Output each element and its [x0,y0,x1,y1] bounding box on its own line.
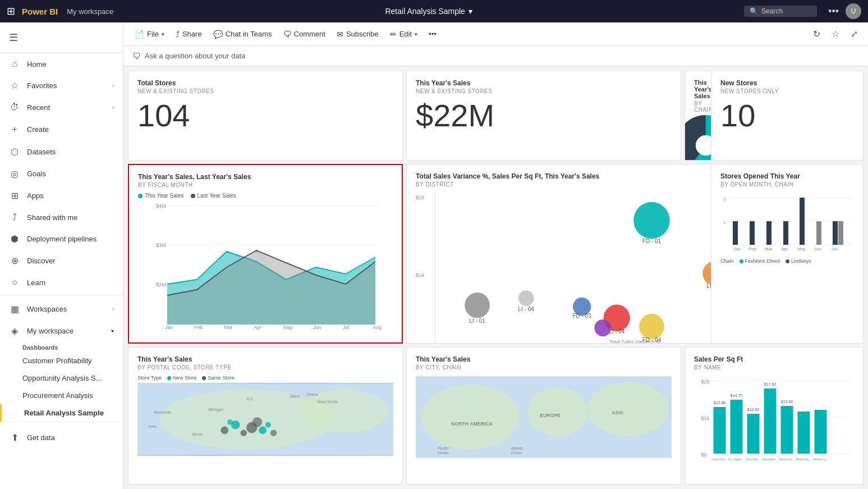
tile-line-chart[interactable]: This Year's Sales, Last Year's Sales BY … [128,164,403,344]
svg-rect-100 [750,221,755,245]
comment-button[interactable]: 🗨 Comment [279,27,330,42]
chevron-right-icon: › [112,306,114,312]
sidebar-item-my-workspace[interactable]: ◈ My workspace ▾ [0,320,123,342]
grid-icon[interactable]: ⊞ [7,5,15,17]
svg-rect-101 [766,221,771,245]
svg-text:LI - 04: LI - 04 [609,328,625,335]
toolbar: 📄 File ▾ ⤴ Share 💬 Chat in Teams 🗨 Comme… [123,22,868,46]
stores-opened-svg: 2 1 Jan Feb Mar Apr May J [720,192,855,254]
svg-text:Mar: Mar [224,325,233,330]
sidebar-item-datasets[interactable]: ⬡ Datasets [0,141,123,163]
sidebar-item-get-data[interactable]: ⬆ Get data [0,427,123,449]
svg-text:Apr: Apr [254,325,261,330]
deployment-icon: ⬢ [9,234,20,244]
svg-text:$4M: $4M [156,203,166,209]
svg-text:$0: $0 [701,452,707,458]
line-chart-svg: $4M $3M $2M Jan Feb Mar Apr May Jun Jul … [138,201,385,333]
sidebar-item-goals[interactable]: ◎ Goals [0,163,123,185]
svg-text:EUROPE: EUROPE [540,413,561,418]
svg-text:Apr: Apr [781,246,788,252]
svg-text:Ocean: Ocean [511,451,522,455]
svg-text:NORTH AMERICA: NORTH AMERICA [451,421,493,427]
svg-text:Monroe...: Monroe... [746,458,761,461]
svg-point-21 [518,290,534,306]
sidebar-sub-procurement-analysis[interactable]: Procurement Analysis [0,387,123,404]
tile-new-stores[interactable]: New Stores NEW STORES ONLY 10 [711,71,864,161]
workspaces-icon: ▦ [9,304,20,314]
file-button[interactable]: 📄 File ▾ [130,27,169,42]
report-title[interactable]: Retail Analysis Sample ▾ [120,7,737,16]
svg-text:Wisconsin: Wisconsin [154,410,171,414]
sidebar-sub-retail-analysis[interactable]: Retail Analysis Sample [0,404,123,422]
svg-text:$3M: $3M [156,243,166,248]
sidebar-sub-customer-profitability[interactable]: Customer Profitability [0,352,123,369]
edit-button[interactable]: ✏ Edit ▾ [385,27,422,42]
svg-point-61 [587,382,669,436]
home-icon: ⌂ [9,59,20,69]
more-options-icon[interactable]: ••• [828,6,839,17]
svg-point-51 [259,427,267,435]
subscribe-button[interactable]: ✉ Subscribe [332,27,383,42]
svg-text:ASIA: ASIA [612,410,624,415]
tile-stores-opened[interactable]: Stores Opened This Year BY OPEN MONTH, C… [711,164,864,344]
chevron-right-icon: › [112,83,114,89]
svg-point-52 [240,429,247,436]
hamburger-button[interactable]: ☰ [2,27,121,48]
sidebar-item-favorites[interactable]: ☆ Favorites › [0,75,123,97]
workspace-name[interactable]: My workspace [67,7,113,16]
search-box[interactable]: 🔍 Search [744,6,817,17]
sidebar-item-discover[interactable]: ⊕ Discover [0,250,123,272]
learn-icon: ○ [9,277,20,287]
svg-point-54 [265,422,271,428]
sidebar-item-create[interactable]: ＋ Create [0,118,123,141]
sidebar-item-apps[interactable]: ⊞ Apps [0,185,123,207]
bookmark-button[interactable]: ☆ [828,26,843,42]
chevron-down-icon: ▾ [162,31,164,37]
tile-total-stores[interactable]: Total Stores NEW & EXISTING STORES 104 [128,71,403,161]
svg-text:Iowa: Iowa [148,424,157,428]
svg-rect-106 [838,221,843,245]
sidebar-sub-opportunity-analysis[interactable]: Opportunity Analysis S... [0,369,123,387]
svg-text:Aug: Aug [373,325,382,330]
user-avatar[interactable]: U [846,3,861,19]
target-icon: ◎ [9,168,20,179]
tile-sales-postal[interactable]: This Year's Sales BY POSTAL CODE, STORE … [128,347,403,485]
svg-text:Nova Scotia: Nova Scotia [317,400,338,404]
more-button[interactable]: ••• [424,27,441,41]
svg-text:Michigan: Michigan [208,408,223,412]
svg-text:Wilson L...: Wilson L... [812,458,828,461]
my-workspace-icon: ◈ [9,326,20,336]
file-icon: 📄 [135,30,144,39]
svg-text:Sharonvi...: Sharonvi... [779,458,795,461]
svg-text:FD - 04: FD - 04 [642,337,662,343]
tile-sales-city[interactable]: This Year's Sales BY CITY, CHAIN NORTH A… [406,347,681,485]
share-icon: ⤴ [9,212,20,222]
svg-rect-83 [781,406,793,454]
subscribe-icon: ✉ [337,30,343,39]
fullscreen-button[interactable]: ⤢ [847,26,861,42]
teams-icon: 💬 [213,30,223,39]
sidebar-item-shared[interactable]: ⤴ Shared with me [0,207,123,228]
refresh-button[interactable]: ↻ [810,26,824,42]
chevron-down-icon: ▾ [415,31,417,37]
svg-rect-85 [798,412,810,454]
svg-text:Mar: Mar [765,246,773,252]
chat-button[interactable]: 💬 Chat in Teams [209,27,277,42]
sidebar-item-learn[interactable]: ○ Learn [0,272,123,293]
svg-text:LI - 04: LI - 04 [518,306,535,312]
share-button[interactable]: ⤴ Share [171,27,206,42]
chevron-right-icon: › [112,104,114,111]
svg-rect-86 [815,410,827,454]
sidebar-item-home[interactable]: ⌂ Home [0,53,123,75]
svg-text:FD - 03: FD - 03 [573,313,592,319]
sidebar-item-recent[interactable]: ⏱ Recent › [0,97,123,118]
svg-text:Jun: Jun [313,325,322,330]
qa-bar[interactable]: 🗨 Ask a question about your data [123,46,868,66]
svg-text:Washing...: Washing... [796,458,811,461]
svg-rect-75 [714,407,726,454]
sidebar-item-workspaces[interactable]: ▦ Workspaces › [0,298,123,320]
chevron-down-icon: ▾ [111,328,114,334]
svg-rect-103 [800,198,805,245]
tile-this-year-sales[interactable]: This Year's Sales NEW & EXISTING STORES … [406,71,681,161]
sidebar-item-deployment[interactable]: ⬢ Deployment pipelines [0,228,123,250]
